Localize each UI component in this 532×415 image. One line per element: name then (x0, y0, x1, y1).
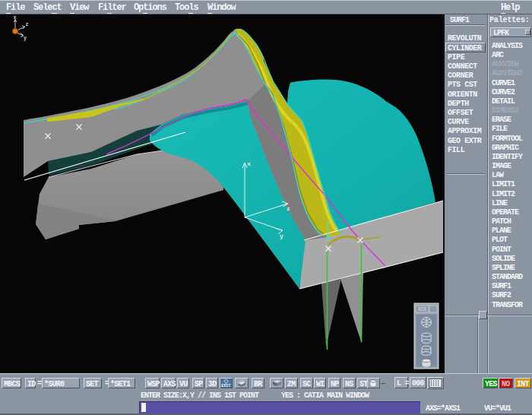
svg-text:y: y (280, 233, 283, 239)
svg-text:y: y (24, 36, 27, 41)
svg-text:x: x (247, 160, 251, 167)
svg-text:z: z (287, 205, 290, 212)
svg-text:x: x (14, 15, 17, 21)
svg-text:EXIT: EXIT (221, 384, 230, 388)
svg-text:z: z (26, 22, 29, 27)
